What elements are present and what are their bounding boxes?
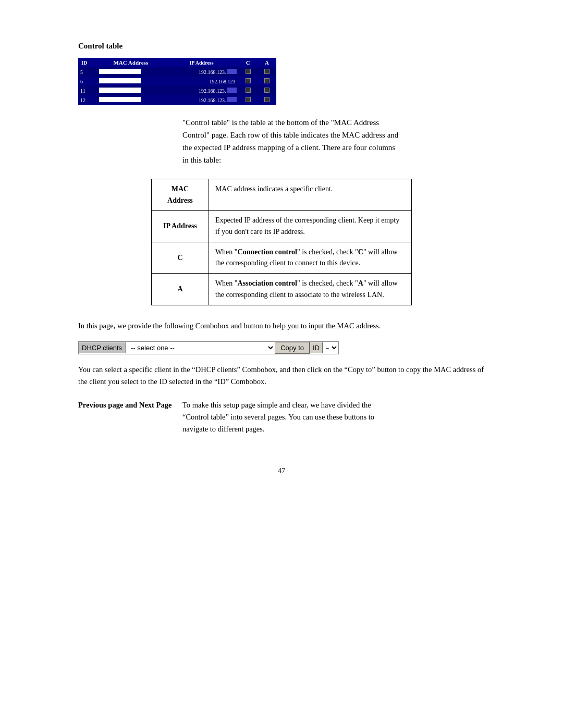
row-id: 5 bbox=[78, 67, 97, 77]
feature-label-mac: MAC Address bbox=[152, 179, 209, 211]
row-c bbox=[239, 77, 258, 86]
feature-label-ip: IP Address bbox=[152, 211, 209, 242]
table-row: 6 192.168.123 bbox=[78, 77, 276, 86]
row-id: 6 bbox=[78, 77, 97, 86]
id-select[interactable]: -- bbox=[323, 342, 338, 354]
feature-row-c: C When "Connection control" is checked, … bbox=[152, 242, 412, 273]
feature-row-ip: IP Address Expected IP address of the co… bbox=[152, 211, 412, 242]
row-mac bbox=[97, 67, 164, 77]
row-mac bbox=[97, 86, 164, 95]
id-label: ID bbox=[310, 342, 323, 353]
control-table-description: "Control table" is the table at the bott… bbox=[182, 116, 401, 166]
feature-table: MAC Address MAC address indicates a spec… bbox=[151, 179, 412, 305]
router-table: ID MAC Address IP Address C A 5 192.168.… bbox=[78, 58, 276, 105]
row-mac bbox=[97, 95, 164, 105]
row-c bbox=[239, 86, 258, 95]
row-a bbox=[258, 86, 276, 95]
dhcp-clients-label: DHCP clients bbox=[79, 342, 126, 353]
dhcp-combobox-row: DHCP clients -- select one -- Copy to ID… bbox=[78, 341, 339, 354]
copy-to-button[interactable]: Copy to bbox=[275, 342, 310, 354]
prevnext-description: To make this setup page simple and clear… bbox=[182, 399, 381, 436]
row-id: 11 bbox=[78, 86, 97, 95]
row-ip: 192.168.123. bbox=[164, 86, 238, 95]
row-a bbox=[258, 77, 276, 86]
table-row: 11 192.168.123. bbox=[78, 86, 276, 95]
prevnext-label: Previous page and Next Page bbox=[78, 399, 182, 436]
col-header-id: ID bbox=[78, 58, 97, 67]
row-c bbox=[239, 95, 258, 105]
feature-label-c: C bbox=[152, 242, 209, 273]
row-c bbox=[239, 67, 258, 77]
row-a bbox=[258, 67, 276, 77]
col-header-c: C bbox=[239, 58, 258, 67]
feature-label-a: A bbox=[152, 274, 209, 305]
intro-paragraph: In this page, we provide the following C… bbox=[78, 320, 485, 332]
router-table-wrapper: ID MAC Address IP Address C A 5 192.168.… bbox=[78, 58, 276, 105]
row-ip: 192.168.123. bbox=[164, 95, 238, 105]
row-mac bbox=[97, 77, 164, 86]
row-id: 12 bbox=[78, 95, 97, 105]
feature-row-mac: MAC Address MAC address indicates a spec… bbox=[152, 179, 412, 211]
dhcp-select[interactable]: -- select one -- bbox=[126, 342, 275, 354]
feature-desc-mac: MAC address indicates a specific client. bbox=[209, 179, 411, 211]
prevnext-block: Previous page and Next Page To make this… bbox=[78, 399, 485, 436]
table-row: 5 192.168.123. bbox=[78, 67, 276, 77]
row-ip: 192.168.123 bbox=[164, 77, 238, 86]
feature-desc-ip: Expected IP address of the corresponding… bbox=[209, 211, 411, 242]
col-header-mac: MAC Address bbox=[97, 58, 164, 67]
feature-row-a: A When "Association control" is checked,… bbox=[152, 274, 412, 305]
row-a bbox=[258, 95, 276, 105]
usage-paragraph: You can select a specific client in the … bbox=[78, 364, 485, 388]
feature-desc-a: When "Association control" is checked, c… bbox=[209, 274, 411, 305]
col-header-a: A bbox=[258, 58, 276, 67]
page-number: 47 bbox=[78, 467, 485, 475]
row-ip: 192.168.123. bbox=[164, 67, 238, 77]
feature-desc-c: When "Connection control" is checked, ch… bbox=[209, 242, 411, 273]
section-title: Control table bbox=[78, 42, 485, 51]
col-header-ip: IP Address bbox=[164, 58, 238, 67]
table-row: 12 192.168.123. bbox=[78, 95, 276, 105]
